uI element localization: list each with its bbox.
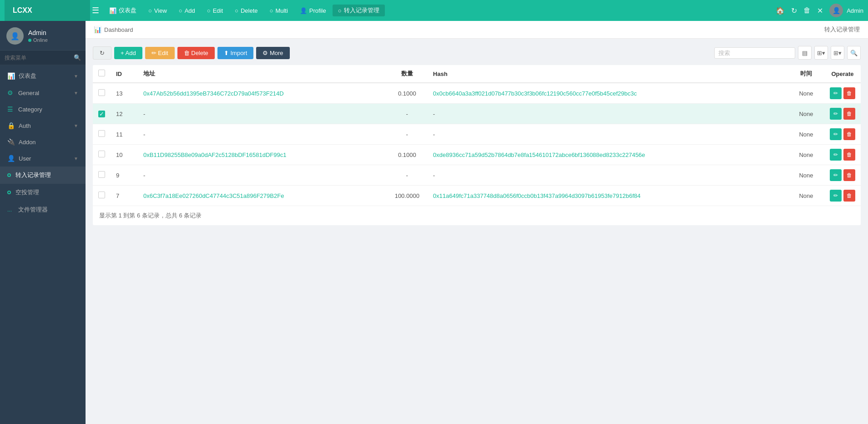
sidebar-item-dashboard[interactable]: 📊 仪表盘 ▼ [0,67,86,85]
delete-row-button-2[interactable]: 🗑 [843,128,855,140]
sidebar-item-user[interactable]: 👤 User ▼ [0,150,86,167]
operate-btns-2: ✏ 🗑 [830,128,855,140]
th-address: 地址 [138,65,387,83]
online-status-dot [28,39,31,42]
top-nav-profile[interactable]: 👤 Profile [294,5,332,16]
columns-button[interactable]: ⊞▾ [831,46,844,60]
sidebar-item-airdrop[interactable]: 空投管理 [0,184,86,201]
sidebar-item-transfer[interactable]: 转入记录管理 [0,167,86,184]
sidebar-item-category[interactable]: ☰ Category [0,101,86,117]
row-amount-4: - [387,165,428,186]
row-checkbox-4[interactable] [98,171,105,178]
row-checkbox-2[interactable] [98,130,105,137]
delete-row-button-5[interactable]: 🗑 [843,190,855,202]
table-header-row: ID 地址 数量 Hash 时间 Operate [93,65,861,83]
row-hash-2: - [428,124,788,145]
row-checkbox-cell-2[interactable] [93,124,111,145]
top-nav-delete[interactable]: ○ Delete [229,5,263,16]
delete-row-button-3[interactable]: 🗑 [843,149,855,161]
edit-row-button-4[interactable]: ✏ [830,169,842,181]
sidebar-search: 🔍 [0,50,86,65]
edit-row-button-2[interactable]: ✏ [830,128,842,140]
search-button[interactable]: 🔍 [847,46,861,60]
select-all-checkbox[interactable] [98,70,105,76]
row-hash-0[interactable]: 0x0cb6640a3a3ff021d07b477b30c3f3b06fc121… [428,83,788,104]
top-nav-multi[interactable]: ○ Multi [264,5,293,16]
edit-row-button-5[interactable]: ✏ [830,190,842,202]
sidebar-username: Admin [28,29,48,36]
sidebar-item-label-user: User [19,155,31,162]
row-hash-5[interactable]: 0x11a649fc71a337748d8a0656f0ccb0b13f437a… [428,186,788,206]
row-id-2: 11 [111,124,138,145]
sidebar-user-status: Online [28,37,48,43]
main-layout: 👤 Admin Online 🔍 📊 仪表盘 ▼ ⚙ General [0,21,868,424]
row-checkbox-5[interactable] [98,192,105,198]
sidebar-item-label-addon: Addon [19,139,36,146]
edit-row-button-3[interactable]: ✏ [830,149,842,161]
filemanager-menu-icon: ... [7,207,15,213]
general-menu-icon: ⚙ [7,89,15,96]
row-amount-5: 100.0000 [387,186,428,206]
row-address-5[interactable]: 0x6C3f7a18Ee027260dC47744c3C51a896F279B2… [138,186,387,206]
delete-row-button-1[interactable]: 🗑 [843,108,855,120]
row-checkbox-1[interactable]: ✓ [98,111,105,117]
th-checkbox[interactable] [93,65,111,83]
sidebar-item-addon[interactable]: 🔌 Addon [0,134,86,150]
refresh-icon[interactable]: ↻ [791,6,797,15]
operate-btns-4: ✏ 🗑 [830,169,855,181]
th-operate: Operate [824,65,861,83]
top-nav-add[interactable]: ○ Add [173,5,201,16]
top-nav-dashboard[interactable]: 📊 仪表盘 [104,5,142,16]
sidebar-item-label-transfer: 转入记录管理 [15,171,51,179]
sidebar-item-general[interactable]: ⚙ General ▼ [0,85,86,101]
sidebar: 👤 Admin Online 🔍 📊 仪表盘 ▼ ⚙ General [0,21,86,424]
home-icon[interactable]: 🏠 [776,6,785,15]
row-checkbox-3[interactable] [98,151,105,157]
delete-row-button-0[interactable]: 🗑 [843,87,855,99]
transfer-nav-icon: ○ [338,7,342,14]
row-address-4: - [138,165,387,186]
view-grid-button[interactable]: ⊞▾ [814,46,828,60]
row-checkbox-cell-5[interactable] [93,186,111,206]
row-operate-0: ✏ 🗑 [824,83,861,104]
row-checkbox-cell-4[interactable] [93,165,111,186]
row-checkbox-cell-3[interactable] [93,145,111,165]
delete-button[interactable]: 🗑 Delete [177,47,215,59]
delete-row-button-4[interactable]: 🗑 [843,169,855,181]
user-info-top[interactable]: 👤 Admin [829,4,863,17]
add-button[interactable]: + Add [114,47,142,59]
sidebar-item-label-auth: Auth [19,122,31,129]
nav-toggle-icon[interactable]: ☰ [92,5,99,15]
row-address-3[interactable]: 0xB11D98255B8e09a0dAF2c5128bDF16581dDF99… [138,145,387,165]
user-avatar-top: 👤 [829,4,843,17]
refresh-button[interactable]: ↻ [93,46,111,60]
sidebar-item-auth[interactable]: 🔒 Auth ▼ [0,117,86,134]
row-checkbox-0[interactable] [98,89,105,96]
search-input[interactable] [718,50,791,56]
more-button[interactable]: ⚙ More [256,47,289,59]
sidebar-search-input[interactable] [5,55,74,61]
row-checkbox-cell-0[interactable] [93,83,111,104]
top-nav-view[interactable]: ○ View [143,5,172,16]
delete-nav-icon: ○ [235,7,238,14]
pagination-info: 显示第 1 到第 6 条记录，总共 6 条记录 [93,206,861,225]
view-card-button[interactable]: ▤ [798,46,812,60]
edit-row-button-0[interactable]: ✏ [830,87,842,99]
row-hash-3[interactable]: 0xde8936cc71a59d52b7864db7e8fa154610172a… [428,145,788,165]
trash-icon[interactable]: 🗑 [803,6,811,15]
user-menu-icon: 👤 [7,155,15,162]
close-icon[interactable]: ✕ [817,6,823,15]
table-row: 10 0xB11D98255B8e09a0dAF2c5128bDF16581dD… [93,145,861,165]
top-nav-items: 📊 仪表盘 ○ View ○ Add ○ Edit ○ Delete ○ Mul… [104,5,776,16]
breadcrumb-left: 📊 Dashboard [94,26,133,33]
import-button[interactable]: ⬆ Import [217,47,253,59]
row-checkbox-cell-1[interactable]: ✓ [93,104,111,124]
top-nav-transfer[interactable]: ○ 转入记录管理 [333,5,385,16]
sidebar-item-filemanager[interactable]: ... 文件管理器 [0,201,86,218]
edit-row-button-1[interactable]: ✏ [830,108,842,120]
row-address-0[interactable]: 0x47Ab52b56dd1395eB7346C72cD79a04f573F21… [138,83,387,104]
edit-button[interactable]: ✏ Edit [145,47,175,59]
row-time-0: None [788,83,824,104]
top-nav-edit[interactable]: ○ Edit [202,5,228,16]
table-row: ✓ 12 - - - None ✏ 🗑 [93,104,861,124]
